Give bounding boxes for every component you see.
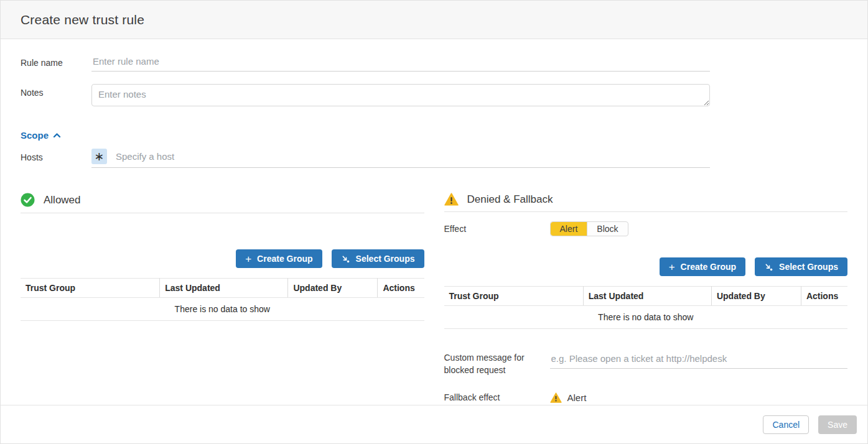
notes-label: Notes: [21, 84, 91, 98]
rule-name-label: Rule name: [21, 54, 91, 68]
check-circle-icon: [21, 193, 35, 207]
allowed-panel-spacer: [21, 213, 424, 249]
denied-panel-mid: Effect Alert Block: [444, 221, 848, 257]
denied-panel-title: Denied & Fallback: [467, 193, 553, 206]
allowed-empty-row: There is no data to show: [21, 298, 424, 321]
denied-create-group-button[interactable]: + Create Group: [660, 257, 745, 276]
denied-table-header-row: Trust Group Last Updated Updated By Acti…: [444, 287, 848, 306]
allowed-groups-table: Trust Group Last Updated Updated By Acti…: [21, 278, 424, 321]
denied-col-updated-by: Updated By: [711, 287, 801, 306]
denied-create-group-label: Create Group: [681, 262, 736, 272]
hosts-row: Hosts ∗: [21, 149, 847, 168]
create-trust-rule-dialog: Create new trust rule Rule name Notes Sc…: [0, 0, 868, 444]
hosts-label: Hosts: [21, 149, 91, 163]
custom-message-input[interactable]: [550, 351, 848, 369]
denied-empty-text: There is no data to show: [444, 306, 848, 329]
effect-option-block[interactable]: Block: [587, 222, 627, 236]
plus-icon: +: [669, 262, 675, 272]
denied-panel: Denied & Fallback Effect Alert Block +: [444, 193, 848, 404]
denied-col-last-updated: Last Updated: [583, 287, 711, 306]
hosts-input[interactable]: [107, 150, 710, 163]
allowed-col-updated-by: Updated By: [288, 279, 378, 298]
fallback-effect-text: Alert: [567, 392, 587, 403]
rule-name-input[interactable]: [91, 54, 710, 72]
effect-option-alert[interactable]: Alert: [551, 222, 587, 236]
allowed-panel: Allowed + Create Group: [21, 193, 424, 404]
allowed-table-header-row: Trust Group Last Updated Updated By Acti…: [21, 279, 424, 298]
custom-message-label: Custom message for blocked request: [444, 351, 550, 376]
denied-col-actions: Actions: [801, 287, 847, 306]
dialog-header: Create new trust rule: [1, 1, 867, 39]
scope-collapse-link[interactable]: Scope: [21, 130, 61, 141]
allowed-col-trust-group: Trust Group: [21, 279, 160, 298]
allowed-col-last-updated: Last Updated: [160, 279, 288, 298]
warning-icon: [550, 392, 562, 403]
fallback-effect-row: Fallback effect Alert: [444, 391, 848, 404]
effect-label: Effect: [444, 224, 550, 234]
save-button[interactable]: Save: [818, 415, 857, 434]
denied-buttons-row: + Create Group Select Groups: [444, 257, 848, 276]
page-title: Create new trust rule: [21, 12, 144, 27]
warning-icon: [444, 193, 459, 206]
allowed-empty-text: There is no data to show: [21, 298, 424, 321]
select-cursor-icon: [341, 254, 350, 264]
effect-toggle: Alert Block: [550, 221, 628, 236]
denied-col-trust-group: Trust Group: [444, 287, 584, 306]
cancel-button[interactable]: Cancel: [763, 415, 809, 434]
notes-row: Notes: [21, 84, 847, 109]
allowed-select-groups-button[interactable]: Select Groups: [332, 249, 424, 268]
allowed-buttons-row: + Create Group Select Groups: [21, 249, 424, 268]
denied-groups-table: Trust Group Last Updated Updated By Acti…: [444, 286, 848, 329]
hosts-field: ∗: [91, 149, 710, 168]
allowed-create-group-label: Create Group: [257, 254, 312, 264]
rule-name-row: Rule name: [21, 54, 847, 72]
denied-panel-header: Denied & Fallback: [444, 193, 848, 212]
allowed-col-actions: Actions: [378, 279, 424, 298]
panels-container: Allowed + Create Group: [21, 193, 847, 404]
denied-select-groups-label: Select Groups: [779, 262, 838, 272]
scope-section-toggle-row: Scope: [21, 130, 847, 141]
allowed-panel-header: Allowed: [21, 193, 424, 213]
select-cursor-icon: [764, 262, 773, 272]
denied-empty-row: There is no data to show: [444, 306, 848, 329]
effect-row: Effect Alert Block: [444, 221, 848, 236]
denied-select-groups-button[interactable]: Select Groups: [755, 257, 847, 276]
scope-label: Scope: [21, 130, 49, 141]
dialog-body: Rule name Notes Scope: [1, 39, 867, 404]
allowed-select-groups-label: Select Groups: [356, 254, 415, 264]
plus-icon: +: [245, 254, 251, 264]
allowed-panel-title: Allowed: [44, 194, 81, 206]
dialog-footer: Cancel Save: [1, 405, 867, 443]
chevron-up-icon: [53, 132, 61, 138]
notes-input[interactable]: [91, 84, 710, 106]
fallback-effect-value: Alert: [550, 392, 587, 403]
allowed-create-group-button[interactable]: + Create Group: [236, 249, 322, 268]
fallback-effect-label: Fallback effect: [444, 391, 550, 404]
custom-message-row: Custom message for blocked request: [444, 351, 848, 376]
asterisk-icon[interactable]: ∗: [91, 149, 107, 164]
